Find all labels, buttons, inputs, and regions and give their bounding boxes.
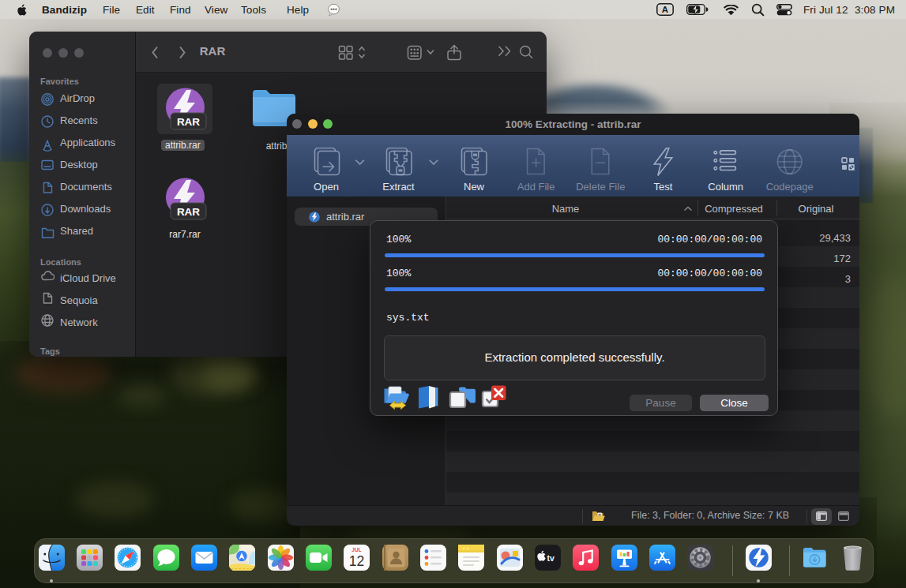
svg-text:tv: tv [547,553,554,563]
svg-text:JUL: JUL [351,547,361,552]
svg-text:RAR: RAR [177,116,200,128]
svg-text:12: 12 [349,553,364,569]
svg-text:A: A [662,5,668,14]
svg-text:RAR: RAR [177,206,200,218]
